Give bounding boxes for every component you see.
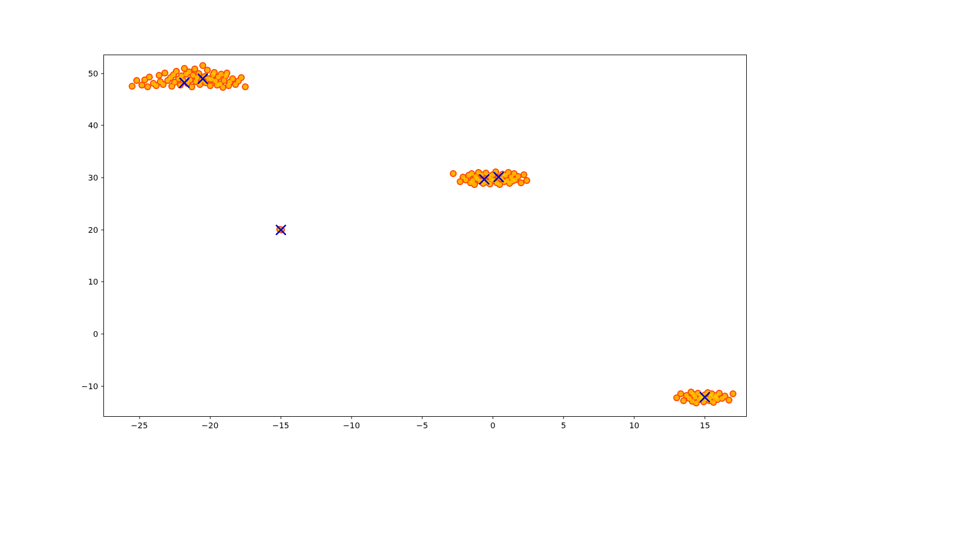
points-inner-dot (506, 170, 511, 175)
x-tick (564, 416, 564, 419)
points-inner-dot (187, 70, 191, 74)
x-tick-label: −25 (131, 421, 148, 430)
points-inner-dot (190, 85, 194, 89)
x-tick (634, 416, 635, 419)
points-inner-dot (147, 75, 152, 79)
y-tick-label: 10 (88, 277, 98, 286)
points-inner-dot (182, 66, 187, 71)
points-inner-dot (464, 178, 468, 182)
figure: −25−20−15−10−5051015−1001020304050 (0, 0, 980, 553)
points-inner-dot (196, 71, 201, 76)
points-inner-dot (488, 182, 492, 186)
y-tick (101, 229, 104, 230)
x-tick-label: 5 (561, 421, 566, 430)
y-tick-label: 30 (88, 173, 98, 182)
y-tick (101, 282, 104, 282)
x-tick (210, 416, 210, 419)
y-tick (101, 73, 104, 74)
x-tick (139, 416, 140, 419)
points-inner-dot (497, 182, 502, 187)
points-inner-dot (225, 71, 229, 75)
points-inner-dot (723, 394, 727, 398)
y-tick-label: 50 (88, 69, 98, 78)
x-tick (705, 416, 705, 419)
y-tick-label: 40 (88, 121, 98, 130)
x-tick-label: −5 (416, 421, 429, 430)
y-tick-label: −10 (81, 382, 98, 391)
points-inner-dot (188, 78, 192, 82)
y-tick-label: 0 (93, 329, 98, 339)
points-inner-dot (221, 85, 225, 90)
x-tick (280, 416, 281, 419)
x-tick-label: −20 (202, 421, 219, 430)
x-tick (351, 416, 352, 419)
points-inner-dot (178, 83, 183, 87)
x-tick-label: −10 (343, 421, 360, 430)
x-tick-label: 0 (490, 421, 495, 430)
points-inner-dot (205, 68, 210, 72)
points-inner-dot (493, 170, 498, 174)
y-tick (101, 386, 104, 386)
x-tick-label: −15 (272, 421, 290, 430)
points-inner-dot (230, 76, 235, 81)
x-tick (422, 416, 422, 419)
y-tick (101, 178, 104, 178)
points-inner-dot (279, 228, 284, 232)
points-inner-dot (472, 182, 477, 187)
y-tick-label: 20 (88, 225, 98, 235)
points-inner-dot (674, 395, 679, 400)
x-tick (492, 416, 493, 419)
points-inner-dot (212, 70, 217, 75)
y-tick (101, 125, 104, 126)
axes: −25−20−15−10−5051015−1001020304050 (103, 55, 747, 417)
points-inner-dot (142, 78, 147, 82)
x-tick-label: 15 (700, 421, 710, 430)
plot-area (104, 55, 746, 416)
points-inner-dot (163, 71, 167, 75)
points-inner-dot (239, 75, 244, 80)
points-inner-dot (174, 69, 179, 74)
points-inner-dot (451, 171, 456, 176)
y-tick (101, 333, 104, 334)
x-tick-label: 10 (629, 421, 639, 430)
